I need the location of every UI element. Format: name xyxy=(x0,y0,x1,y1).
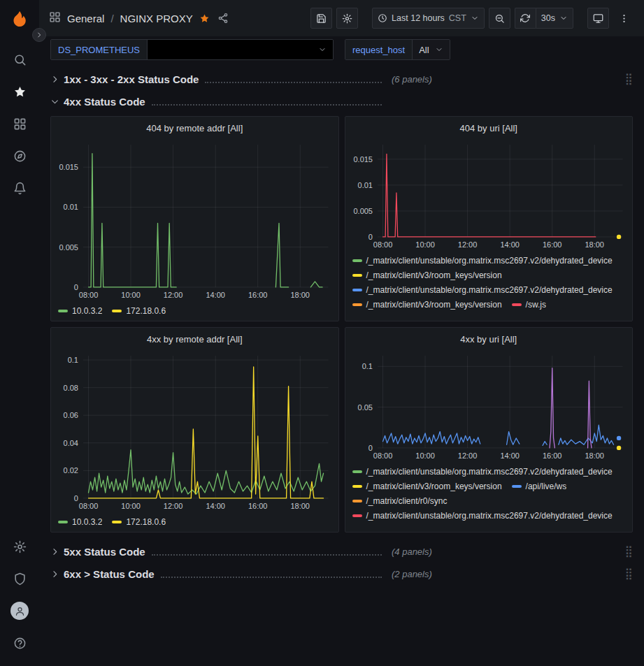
legend-item[interactable]: /_matrix/client/v3/room_keys/version xyxy=(352,479,502,493)
dashboard-title[interactable]: NGINX PROXY xyxy=(120,13,193,24)
breadcrumb-separator: / xyxy=(110,13,113,24)
shield-icon xyxy=(13,572,27,586)
legend-color-swatch xyxy=(112,521,122,523)
variable-ds-prometheus: DS_PROMETHEUS xyxy=(50,39,334,60)
row-drag-handle[interactable]: ⣿ xyxy=(624,546,633,557)
variable-value-dropdown[interactable] xyxy=(147,40,333,59)
row-drag-handle[interactable]: ⣿ xyxy=(624,73,633,85)
clock-icon xyxy=(378,13,387,23)
legend-item[interactable]: /_matrix/client/unstable/org.matrix.msc2… xyxy=(352,253,613,268)
svg-text:16:00: 16:00 xyxy=(542,240,561,249)
row-dotted-leader xyxy=(205,82,382,83)
sidebar-top-nav xyxy=(4,43,35,204)
kebab-icon xyxy=(619,13,629,24)
legend-item[interactable]: /_matrix/client/v3/room_keys/version xyxy=(352,268,502,282)
tv-kiosk-button[interactable] xyxy=(587,8,609,29)
gear-icon xyxy=(342,13,352,24)
legend-label: 10.0.3.2 xyxy=(72,306,102,316)
row-1xx-3xx-2xx[interactable]: 1xx - 3xx - 2xx Status Code (6 panels) ⣿ xyxy=(50,68,633,89)
sidebar-item-settings[interactable] xyxy=(4,530,35,563)
kebab-menu-button[interactable] xyxy=(613,8,634,29)
svg-text:16:00: 16:00 xyxy=(248,291,267,299)
legend-label: /sw.js xyxy=(526,300,546,310)
dashboard-settings-button[interactable] xyxy=(336,8,358,29)
legend-label: /_matrix/client/unstable/org.matrix.msc2… xyxy=(366,256,613,266)
variables-bar: DS_PROMETHEUS request_host All xyxy=(39,36,644,63)
sidebar-item-dashboards[interactable] xyxy=(4,108,35,140)
timeseries-chart[interactable]: 08:0010:0012:0014:0016:0018:0000.0050.01… xyxy=(51,139,338,301)
breadcrumb-section[interactable]: General xyxy=(67,13,104,24)
panel-404-by-remote-addr: 404 by remote addr [All] 08:0010:0012:00… xyxy=(50,116,339,321)
svg-text:10:00: 10:00 xyxy=(121,502,140,510)
timeseries-chart[interactable]: 08:0010:0012:0014:0016:0018:0000.020.040… xyxy=(51,350,338,512)
legend-item[interactable]: /api/live/ws xyxy=(512,479,567,493)
variable-label: request_host xyxy=(345,40,412,59)
avatar xyxy=(10,602,29,620)
svg-text:16:00: 16:00 xyxy=(248,502,267,510)
svg-text:0: 0 xyxy=(368,233,372,241)
sidebar-item-search[interactable] xyxy=(4,43,35,75)
sidebar-item-profile[interactable] xyxy=(4,595,35,627)
row-drag-handle[interactable]: ⣿ xyxy=(624,568,633,579)
compass-icon xyxy=(13,150,27,163)
legend-color-swatch xyxy=(352,500,362,502)
panel-title[interactable]: 404 by remote addr [All] xyxy=(51,117,338,139)
sidebar-item-server-admin[interactable] xyxy=(4,563,35,595)
variable-value-dropdown[interactable]: All xyxy=(412,40,449,59)
panel-4xx-by-uri: 4xx by uri [All] 08:0010:0012:0014:0016:… xyxy=(345,327,634,533)
favorite-star-button[interactable] xyxy=(199,13,210,24)
legend-item[interactable]: /_matrix/client/r0/sync xyxy=(352,493,448,508)
legend-item[interactable]: /_matrix/client/unstable/org.matrix.msc2… xyxy=(352,508,613,523)
timeseries-chart[interactable]: 08:0010:0012:0014:0016:0018:0000.0050.01… xyxy=(345,139,633,251)
row-6xx[interactable]: 6xx > Status Code (2 panels) ⣿ xyxy=(50,563,633,584)
legend-label: /_matrix/client/v3/room_keys/version xyxy=(366,482,502,491)
row-title: 1xx - 3xx - 2xx Status Code xyxy=(64,73,199,85)
legend-item[interactable]: /_matrix/client/v3/room_keys/version xyxy=(352,297,502,312)
timeseries-chart[interactable]: 08:0010:0012:0014:0016:0018:0000.050.1 xyxy=(345,350,633,462)
row-4xx[interactable]: 4xx Status Code xyxy=(50,91,633,112)
legend-item[interactable]: 10.0.3.2 xyxy=(58,514,102,529)
svg-text:12:00: 12:00 xyxy=(457,451,476,460)
svg-text:14:00: 14:00 xyxy=(206,291,224,299)
save-dashboard-button[interactable] xyxy=(310,8,332,29)
legend-item[interactable]: 172.18.0.6 xyxy=(112,514,166,529)
legend-label: /_matrix/client/unstable/org.matrix.msc2… xyxy=(366,285,613,295)
legend-item[interactable]: /sw.js xyxy=(512,297,546,312)
sidebar-item-help[interactable] xyxy=(4,627,35,659)
svg-text:08:00: 08:00 xyxy=(79,502,98,510)
apps-grid-icon xyxy=(49,11,61,25)
panel-legend: 10.0.3.2172.18.0.6 xyxy=(51,512,338,532)
sidebar-item-alerting[interactable] xyxy=(4,172,35,204)
bell-icon xyxy=(13,182,27,195)
legend-item[interactable]: 10.0.3.2 xyxy=(58,303,102,318)
svg-text:0.005: 0.005 xyxy=(59,243,78,252)
row-title: 6xx > Status Code xyxy=(64,568,155,580)
legend-item[interactable]: 172.18.0.6 xyxy=(112,303,166,318)
row-dotted-leader xyxy=(152,104,382,106)
svg-text:10:00: 10:00 xyxy=(121,291,140,299)
panel-title[interactable]: 4xx by remote addr [All] xyxy=(51,328,338,350)
share-icon xyxy=(217,13,229,24)
zoom-out-time-button[interactable] xyxy=(489,8,510,29)
sidebar-bottom-nav xyxy=(4,530,35,659)
svg-text:0.1: 0.1 xyxy=(68,356,78,364)
refresh-interval-picker[interactable]: 30s xyxy=(536,8,573,29)
share-button[interactable] xyxy=(217,13,229,24)
row-5xx[interactable]: 5xx Status Code (4 panels) ⣿ xyxy=(50,541,633,562)
sidebar-item-starred[interactable] xyxy=(4,75,35,108)
panel-grid: 404 by remote addr [All] 08:0010:0012:00… xyxy=(50,116,633,533)
panel-404-by-uri: 404 by uri [All] 08:0010:0012:0014:0016:… xyxy=(345,116,634,321)
svg-text:12:00: 12:00 xyxy=(457,240,476,249)
panel-title[interactable]: 404 by uri [All] xyxy=(345,117,633,139)
legend-item[interactable]: /_matrix/client/unstable/org.matrix.msc2… xyxy=(352,464,613,479)
legend-label: 172.18.0.6 xyxy=(126,306,166,316)
sidebar-expand-button[interactable] xyxy=(32,28,46,42)
svg-text:0.015: 0.015 xyxy=(353,155,372,164)
grafana-logo[interactable] xyxy=(4,6,35,34)
time-range-picker[interactable]: Last 12 hours CST xyxy=(372,8,485,29)
panel-title[interactable]: 4xx by uri [All] xyxy=(345,328,633,350)
legend-item[interactable]: /_matrix/client/unstable/org.matrix.msc2… xyxy=(352,282,613,297)
row-title: 4xx Status Code xyxy=(64,96,145,108)
refresh-button[interactable] xyxy=(515,8,536,29)
sidebar-item-explore[interactable] xyxy=(4,140,35,172)
